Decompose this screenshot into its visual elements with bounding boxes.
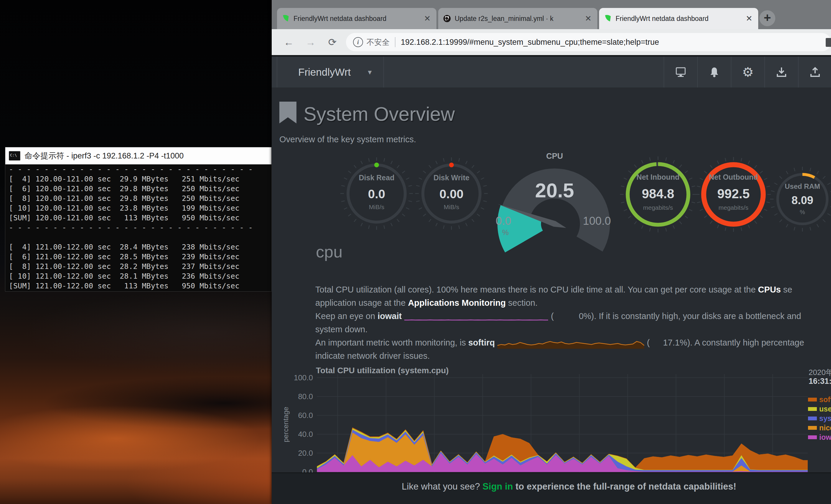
forward-icon[interactable]: →	[304, 36, 317, 49]
url-text[interactable]: 192.168.2.1:19999/#menu_system_submenu_c…	[401, 38, 659, 47]
tab-strip: FriendlyWrt netdata dashboard ✕ Update r…	[272, 0, 831, 29]
terminal-line	[5, 232, 271, 242]
tab-close-icon[interactable]: ✕	[745, 14, 753, 23]
export-snapshot-button[interactable]	[799, 57, 831, 88]
legend-label: iowait	[819, 433, 831, 442]
legend-label: softirq	[819, 395, 831, 404]
gauge-label: Disk Read	[347, 174, 406, 182]
gauge-unit: MiB/s	[422, 204, 481, 211]
tab-close-icon[interactable]: ✕	[584, 14, 593, 23]
gauge-value: 0.0	[347, 187, 406, 201]
softirq-sparkline	[497, 337, 644, 349]
address-bar[interactable]: i 不安全 192.168.2.1:19999/#menu_system_sub…	[346, 33, 831, 51]
navbar-divider	[383, 57, 384, 88]
terminal-line: [ 8] 121.00-122.00 sec 28.2 MBytes 237 M…	[5, 262, 271, 271]
dashboard-content: System Overview Overview of the key syst…	[272, 88, 831, 473]
chart-ytick: 0.0	[284, 468, 313, 473]
legend-item[interactable]: system	[808, 414, 831, 423]
terminal-line: - - - - - - - - - - - - - - - - - - - - …	[5, 223, 271, 232]
netdata-favicon-icon	[604, 14, 612, 23]
alarms-button[interactable]	[698, 57, 731, 88]
gauges-canvas	[272, 88, 831, 253]
gauge-unit: %	[773, 209, 831, 216]
signin-post: to experience the full-range of netdata …	[513, 481, 737, 492]
tab-netdata-1[interactable]: FriendlyWrt netdata dashboard ✕	[277, 8, 436, 29]
gauge-label: Used RAM	[773, 182, 831, 190]
cmd-icon: C:\	[9, 151, 20, 160]
import-snapshot-button[interactable]	[765, 57, 798, 88]
chart-legend: softirqusersystemniceiowait	[808, 395, 831, 442]
legend-swatch	[808, 398, 817, 402]
sign-in-link[interactable]: Sign in	[482, 481, 513, 492]
applications-monitoring-link[interactable]: Applications Monitoring	[408, 298, 506, 307]
chevron-down-icon[interactable]: ▼	[367, 57, 373, 88]
chart-ytick: 20.0	[284, 449, 313, 457]
tab-close-icon[interactable]: ✕	[423, 14, 432, 23]
gauge-unit: MiB/s	[347, 204, 406, 211]
legend-swatch	[808, 426, 817, 430]
legend-swatch	[808, 407, 817, 411]
signin-text: Like what you see? Sign in to experience…	[272, 481, 831, 492]
cpu-gauge-unit: %	[502, 228, 509, 237]
help-text: section.	[506, 298, 538, 307]
cpus-link[interactable]: CPUs	[758, 285, 781, 294]
chart-date: 2020年3	[809, 367, 831, 378]
terminal-window: C:\ 命令提示符 - iperf3 -c 192.168.1.2 -P4 -t…	[5, 147, 271, 291]
host-dropdown[interactable]: FriendlyWrt	[298, 57, 351, 88]
help-text: An important metric worth monitoring, is	[315, 338, 468, 347]
signin-pre: Like what you see?	[402, 481, 482, 492]
signin-banner: Like what you see? Sign in to experience…	[272, 473, 831, 504]
terminal-line: [ 8] 120.00-121.00 sec 29.8 MBytes 250 M…	[5, 194, 271, 203]
tab-netdata-2-active[interactable]: FriendlyWrt netdata dashboard ✕	[599, 8, 758, 29]
help-paragraph-line: An important metric worth monitoring, is…	[315, 336, 804, 349]
screen: C:\ 命令提示符 - iperf3 -c 192.168.1.2 -P4 -t…	[0, 0, 831, 504]
cpu-gauge-value: 20.5	[522, 179, 587, 202]
navbar-divider	[277, 57, 277, 88]
chart-ytick: 100.0	[284, 373, 313, 382]
legend-swatch	[808, 416, 817, 420]
gauge-label: Disk Write	[422, 174, 481, 182]
cpu-gauge-title: CPU	[540, 152, 569, 161]
site-info-icon[interactable]: i	[353, 37, 363, 47]
print-dashboard-button[interactable]	[664, 57, 697, 88]
legend-item[interactable]: softirq	[808, 395, 831, 404]
chart-ytick: 60.0	[284, 411, 313, 420]
new-tab-button[interactable]: +	[760, 10, 775, 26]
terminal-line: - - - - - - - - - - - - - - - - - - - - …	[5, 165, 271, 174]
legend-item[interactable]: iowait	[808, 433, 831, 442]
terminal-titlebar[interactable]: C:\ 命令提示符 - iperf3 -c 192.168.1.2 -P4 -t…	[5, 147, 271, 165]
tab-title: FriendlyWrt netdata dashboard	[615, 15, 741, 23]
tab-github[interactable]: Update r2s_lean_minimal.yml · k ✕	[438, 8, 597, 29]
omnibox-divider	[395, 37, 396, 47]
help-text: se	[781, 285, 793, 294]
netdata-navbar: FriendlyWrt ▼ ⚙	[272, 57, 831, 88]
monitor-icon	[675, 67, 686, 77]
settings-button[interactable]: ⚙	[732, 57, 765, 88]
help-text: application usage at the	[315, 298, 408, 307]
security-badge[interactable]: 不安全	[367, 37, 390, 48]
chart-time: 16:31:2	[809, 377, 831, 386]
reload-icon[interactable]: ⟳	[326, 36, 339, 49]
terminal-line: [ 6] 121.00-122.00 sec 28.5 MBytes 239 M…	[5, 252, 271, 262]
terminal-line: [SUM] 120.00-121.00 sec 113 MBytes 950 M…	[5, 213, 271, 223]
download-icon	[776, 67, 787, 78]
help-paragraph-line: system down.	[315, 323, 368, 336]
softirq-label: softirq	[468, 338, 495, 347]
browser-toolbar: ← → ⟳ i 不安全 192.168.2.1:19999/#menu_syst…	[272, 29, 831, 55]
gauge-value: 0.00	[422, 187, 481, 201]
terminal-line: [ 4] 121.00-122.00 sec 28.4 MBytes 238 M…	[5, 242, 271, 252]
tab-title: FriendlyWrt netdata dashboard	[293, 15, 419, 23]
netdata-favicon-icon	[282, 14, 290, 23]
terminal-output: - - - - - - - - - - - - - - - - - - - - …	[5, 165, 271, 291]
legend-label: system	[819, 414, 831, 423]
legend-item[interactable]: user	[808, 404, 831, 414]
legend-item[interactable]: nice	[808, 423, 831, 433]
bookmark-star-icon[interactable]	[826, 38, 831, 47]
cpu-utilization-chart[interactable]	[317, 374, 808, 473]
tab-title: Update r2s_lean_minimal.yml · k	[455, 15, 580, 23]
legend-label: nice	[819, 423, 831, 432]
help-text: (17.1%). A constantly high percentage	[647, 338, 804, 347]
gauge-label: Net Inbound	[629, 173, 687, 181]
back-icon[interactable]: ←	[282, 36, 295, 49]
help-text: Total CPU utilization (all cores). 100% …	[315, 285, 758, 294]
